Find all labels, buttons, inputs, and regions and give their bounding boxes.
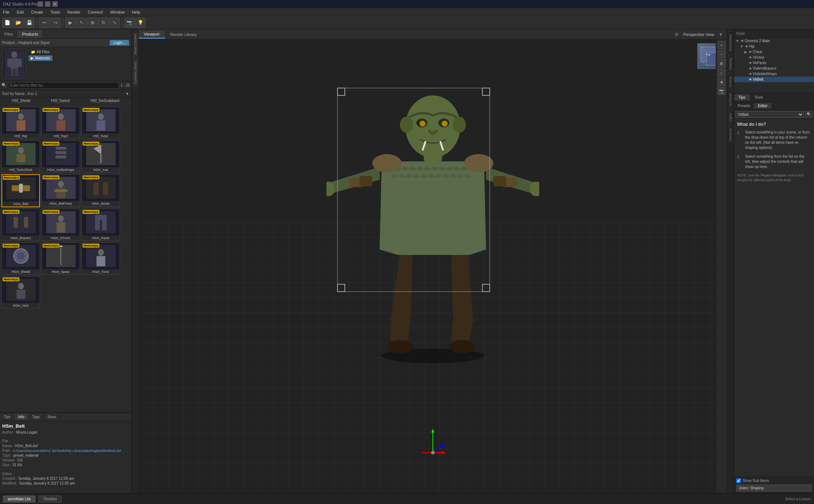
- materials-item[interactable]: ▶ Materials: [29, 55, 52, 61]
- grid-item-hsf-tunicshort[interactable]: Material(s) HSf_TunicShort: [1, 140, 40, 173]
- tree-item-vkbelt[interactable]: 👁 VkBelt: [734, 77, 814, 82]
- rotate-button[interactable]: ↻: [98, 18, 109, 28]
- tab-parameters[interactable]: Parameters: [728, 31, 733, 54]
- tab-store[interactable]: Store: [44, 414, 60, 420]
- tab-files[interactable]: Files: [0, 31, 18, 37]
- grid-item-hsm-vest[interactable]: Material(s) HSm_Vest: [1, 276, 40, 308]
- grid-item-hsm-anklewraps[interactable]: Material(s) HSm_AnkleWraps: [41, 140, 80, 173]
- tree-item-chest[interactable]: ▶ 👁 Chest: [734, 49, 814, 55]
- tree-item-vkarmbraces[interactable]: 👁 VkArmBracers: [734, 66, 814, 71]
- camera-button[interactable]: 📷: [124, 18, 135, 28]
- tab-lights[interactable]: Lights: [728, 110, 733, 125]
- tree-expand-icon: ▼: [735, 39, 739, 43]
- item-label: HSm_Belt: [2, 201, 39, 207]
- tab-timeline[interactable]: Timeline: [39, 496, 62, 503]
- svg-line-62: [701, 62, 707, 65]
- grid-item-hsm-spear[interactable]: Material(s) HSm_Spear: [41, 242, 80, 275]
- grid-item-hsm-otunic[interactable]: Material(s) HSm_OTunic: [41, 209, 80, 241]
- zoom-in-button[interactable]: +: [718, 41, 726, 49]
- save-button[interactable]: 💾: [24, 18, 34, 28]
- tab-tips[interactable]: Tips: [0, 414, 15, 420]
- viewport-dropdown-icon[interactable]: ▼: [717, 31, 724, 38]
- grid-item-hsm-pants[interactable]: Material(s) HSm_Pants: [81, 209, 120, 241]
- svg-rect-34: [94, 182, 99, 195]
- shaping-dropdown[interactable]: VkBelt: [735, 111, 804, 118]
- grid-item-hsf-top[interactable]: Material(s) HSf_Top: [1, 107, 40, 139]
- transform-button[interactable]: ⊕: [87, 18, 98, 28]
- video-shaping-button[interactable]: Video: Shaping: [736, 485, 812, 492]
- tab-cameras[interactable]: Cameras: [728, 125, 733, 145]
- undo-button[interactable]: ↩: [39, 18, 50, 28]
- svg-text:Top: Top: [706, 53, 711, 56]
- side-tab-smart-content[interactable]: Smart Content: [132, 31, 138, 58]
- sort-options-icon[interactable]: ▼: [125, 92, 129, 96]
- scale-button[interactable]: ⤡: [109, 18, 120, 28]
- grid-item-hsf-tunic[interactable]: Material(s) HSf_Tunic: [81, 107, 120, 139]
- item-badge: Material(s): [3, 244, 19, 248]
- menu-window[interactable]: Window: [109, 9, 126, 15]
- menu-create[interactable]: Create: [30, 9, 45, 15]
- info-created: Created : Sunday, January 8 2017 12:05 a…: [2, 476, 129, 481]
- menu-connect[interactable]: Connect: [87, 9, 105, 15]
- transform-gizmo[interactable]: [418, 427, 448, 456]
- grid-item-hsm-boots[interactable]: Material(s) HSm_Boots: [81, 174, 120, 207]
- render-button[interactable]: ▶: [65, 18, 76, 28]
- tab-products[interactable]: Products: [18, 30, 43, 38]
- tab-viewport[interactable]: Viewport: [139, 30, 165, 39]
- menu-help[interactable]: Help: [131, 9, 142, 15]
- grid-item-hsm-bracers[interactable]: Material(s) HSm_Bracers: [1, 209, 40, 241]
- tab-editor[interactable]: Editor: [754, 103, 771, 109]
- all-files-item[interactable]: 📁 All Files: [29, 49, 52, 55]
- new-button[interactable]: 📄: [2, 18, 12, 28]
- grid-item-hsm-shield[interactable]: Material(s) HSm_Shield: [1, 242, 40, 275]
- grid-item-hsm-belt[interactable]: Material(s) HSm_Belt: [1, 174, 40, 207]
- redo-button[interactable]: ↪: [50, 18, 61, 28]
- menu-edit[interactable]: Edit: [15, 9, 25, 15]
- tree-item-hip[interactable]: ▼ 👁 Hip: [734, 44, 814, 49]
- fit-button[interactable]: ⊞: [718, 59, 726, 67]
- item-label: HSm_Bracers: [2, 235, 40, 241]
- tab-info[interactable]: Info: [15, 414, 29, 420]
- svg-rect-6: [15, 69, 18, 76]
- open-button[interactable]: 📂: [13, 18, 23, 28]
- menu-file[interactable]: File: [1, 9, 11, 15]
- perspective-button[interactable]: ◈: [718, 78, 726, 86]
- side-tab-content-library[interactable]: Content Library: [132, 59, 138, 87]
- select-button[interactable]: ↖: [76, 18, 87, 28]
- login-button[interactable]: Login...: [110, 40, 129, 45]
- grid-item-hsm-belttunic[interactable]: Material(s) HSm_BeltTunic: [41, 174, 80, 207]
- home-button[interactable]: ⌂: [718, 69, 726, 77]
- search-input[interactable]: [8, 82, 119, 89]
- tab-tags[interactable]: Tags: [28, 414, 44, 420]
- tab-shaping[interactable]: Shaping: [728, 55, 733, 73]
- tab-presets[interactable]: Presets: [734, 103, 754, 109]
- svg-rect-21: [55, 151, 66, 154]
- tab-tools[interactable]: Tools: [750, 94, 768, 101]
- canvas-area[interactable]: Top + − ⊞ ⌂ ◈ 📷: [139, 40, 727, 493]
- maximize-button[interactable]: □: [45, 1, 50, 7]
- show-sub-items-checkbox[interactable]: [736, 478, 741, 483]
- shaping-search-icon[interactable]: 🔍: [805, 111, 813, 118]
- tab-tips[interactable]: Tips: [734, 94, 750, 101]
- tree-item-vkvest[interactable]: 👁 VkVest: [734, 55, 814, 60]
- tree-item-vkanklewraps[interactable]: 👁 VkAnkleWraps: [734, 71, 814, 77]
- menu-render[interactable]: Render: [66, 9, 82, 15]
- light-button[interactable]: 💡: [135, 18, 146, 28]
- tab-render-library[interactable]: Render Library: [165, 31, 202, 38]
- grid-item-hsm-axe[interactable]: Material(s) HSm_Axe: [81, 140, 120, 173]
- tree-expand-icon: ▶: [744, 50, 747, 54]
- menu-tools[interactable]: Tools: [49, 9, 62, 15]
- tab-animmate-lite[interactable]: animMate Lite: [3, 496, 36, 503]
- tab-posing[interactable]: Posing: [728, 73, 733, 90]
- svg-marker-88: [442, 451, 446, 454]
- close-button[interactable]: ✕: [52, 1, 58, 7]
- zoom-out-button[interactable]: −: [718, 50, 726, 58]
- grid-item-hsf-top2[interactable]: Material(s) HSf_Top2: [41, 107, 80, 139]
- tree-item-vkpants[interactable]: 👁 VkPants: [734, 60, 814, 66]
- tree-item-genesis[interactable]: ▼ 👁 Genesis 2 Male: [734, 38, 814, 44]
- tab-surfaces[interactable]: Surfaces: [728, 90, 733, 109]
- grid-item-hsm-tunic2[interactable]: Material(s) HSm_Tunic: [81, 242, 120, 275]
- minimize-button[interactable]: ─: [38, 1, 43, 7]
- camera-button-vp[interactable]: 📷: [718, 87, 726, 95]
- viewport-settings-icon[interactable]: ⚙: [673, 31, 680, 38]
